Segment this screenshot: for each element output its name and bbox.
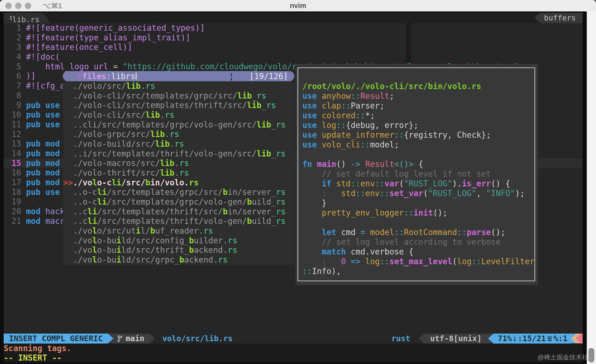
line-number-icon: L N bbox=[514, 336, 516, 342]
preview-line: } bbox=[302, 198, 533, 208]
scanning-tags-message: Scanning tags. bbox=[4, 344, 583, 353]
list-item[interactable]: ..i/src/templates/thrift/volo-gen/src/li… bbox=[63, 149, 294, 159]
list-item[interactable]: ./volo-cli/src/templates/thrift/src/lib_… bbox=[63, 100, 294, 110]
preview-line: match cmd.verbose { bbox=[302, 247, 533, 257]
search-query: librs bbox=[111, 72, 135, 81]
tab-number: 1 bbox=[9, 15, 12, 20]
list-item[interactable]: ./volo-build/src/lib.rs bbox=[63, 139, 294, 149]
fuzzy-finder-results: ./volo/src/lib.rs./volo-cli/src/template… bbox=[63, 81, 294, 265]
code-line[interactable]: 1#![feature(generic_associated_types)] bbox=[4, 23, 583, 33]
preview-line: use clap::Parser; bbox=[302, 101, 533, 111]
result-count: [19/126] bbox=[249, 72, 288, 81]
powerline-separator bbox=[576, 334, 581, 343]
fuzzy-finder-input[interactable]: • files: librs ¦ [19/126] bbox=[63, 71, 294, 81]
statusline-spacer bbox=[233, 334, 391, 344]
code-line[interactable]: 4#![doc( bbox=[4, 52, 583, 62]
filetype-indicator: rust bbox=[391, 334, 410, 344]
git-branch-name: main bbox=[126, 334, 144, 344]
list-item[interactable]: ./volo-grpc/src/lib.rs bbox=[63, 129, 294, 139]
mode-indicator: INSERT COMPL GENERIC bbox=[4, 334, 108, 344]
position-segment: 71% L N :15/21 ≡ %:1 bbox=[493, 334, 571, 344]
preview-line: use anyhow::Result; bbox=[302, 91, 533, 101]
list-item[interactable]: ./volo-build/src/thrift_backend.rs bbox=[63, 245, 294, 255]
line-number: 9 bbox=[4, 100, 26, 110]
statusline-end-cap bbox=[581, 334, 583, 344]
list-item[interactable]: ..o-cli/src/templates/grpc/src/bin/serve… bbox=[63, 187, 294, 197]
list-item[interactable]: ./volo/src/util/buf_reader.rs bbox=[63, 226, 294, 236]
file-path: volo/src/lib.rs bbox=[162, 334, 233, 344]
selected-marker: >> bbox=[63, 178, 73, 188]
powerline-separator bbox=[150, 334, 155, 343]
list-item[interactable]: ..cli/src/templates/thrift/src/bin/serve… bbox=[63, 207, 294, 217]
code-line[interactable]: 2#![feature(type_alias_impl_trait)] bbox=[4, 33, 583, 43]
scroll-percent: 71% bbox=[498, 334, 512, 344]
line-number: 18 bbox=[4, 187, 26, 197]
line-number: 10 bbox=[4, 110, 26, 120]
preview-window: /root/volo/./volo-cli/src/bin/volo.rsuse… bbox=[296, 64, 538, 285]
prompt-bullet-icon: • bbox=[77, 72, 82, 81]
cursor-position: :15/21 bbox=[518, 334, 546, 344]
list-item[interactable]: ./volo-build/src/config_builder.rs bbox=[63, 236, 294, 246]
git-branch-segment: main bbox=[113, 334, 150, 344]
git-branch-icon bbox=[117, 335, 123, 342]
encoding-indicator: utf-8[unix] bbox=[424, 334, 488, 344]
tab-label: lib.rs bbox=[12, 15, 39, 24]
line-number: 19 bbox=[4, 197, 26, 207]
list-item[interactable]: ..cli/src/templates/grpc/volo-gen/src/li… bbox=[63, 120, 294, 130]
tab-lib-rs[interactable]: 1lib.rs bbox=[4, 13, 51, 23]
preview-line: /root/volo/./volo-cli/src/bin/volo.rs bbox=[302, 82, 533, 91]
list-item[interactable]: >>./volo-cli/src/bin/volo.rs bbox=[63, 178, 294, 188]
scrollbar-track[interactable] bbox=[587, 11, 596, 364]
app-window: ⌥⌘1 nvim 1lib.rs buffers 1#![feature(gen… bbox=[0, 0, 596, 364]
tabline: 1lib.rs buffers bbox=[4, 13, 583, 23]
statusline: INSERT COMPL GENERIC main volo/src/lib.r… bbox=[4, 334, 583, 344]
line-number: 13 bbox=[4, 139, 26, 149]
line-number: 5 bbox=[4, 62, 26, 72]
line-number: 3 bbox=[4, 42, 26, 52]
message-area: Scanning tags. -- INSERT -- bbox=[4, 344, 583, 363]
line-number: 1 bbox=[4, 23, 26, 33]
line-number: 17 bbox=[4, 178, 26, 187]
list-item[interactable]: ./volo-cli/src/lib.rs bbox=[63, 110, 294, 120]
list-icon: ≡ bbox=[547, 334, 552, 344]
line-number: 8 bbox=[4, 91, 26, 100]
finder-mode-label: files: bbox=[82, 72, 111, 81]
code-line[interactable]: 3#![feature(once_cell)] bbox=[4, 42, 583, 52]
insert-mode-message: -- INSERT -- bbox=[4, 353, 583, 363]
preview-line: pretty_env_logger::init(); bbox=[302, 208, 533, 218]
buffers-label[interactable]: buffers bbox=[534, 13, 583, 23]
line-number: 21 bbox=[4, 216, 26, 226]
preview-line: ¦ 0 => log::set_max_level(log::LevelFilt… bbox=[302, 257, 533, 266]
titlebar: ⌥⌘1 nvim bbox=[0, 0, 596, 11]
input-separator: ¦ bbox=[229, 72, 234, 81]
line-number: 11 bbox=[4, 120, 26, 129]
preview-line: ::Info), bbox=[302, 266, 533, 276]
line-number: 14 bbox=[4, 149, 26, 158]
list-item[interactable]: ..o-cli/src/templates/grpc/volo-gen/buil… bbox=[63, 197, 294, 207]
preview-line: if std::env::var("RUST_LOG").is_err() { bbox=[302, 179, 533, 189]
powerline-separator bbox=[571, 334, 576, 343]
preview-line bbox=[302, 218, 533, 228]
list-item[interactable]: ./volo-macros/src/lib.rs bbox=[63, 158, 294, 168]
preview-code: /root/volo/./volo-cli/src/bin/volo.rsuse… bbox=[302, 82, 533, 276]
line-number: 16 bbox=[4, 168, 26, 178]
preview-line: use colored::*; bbox=[302, 111, 533, 120]
preview-line: ¦ std::env::set_var("RUST_LOG", "INFO"); bbox=[302, 189, 533, 198]
window-title: nvim bbox=[0, 2, 596, 10]
list-item[interactable]: ./volo-thrift/src/lib.rs bbox=[63, 168, 294, 178]
preview-line: use log::{debug, error}; bbox=[302, 120, 533, 130]
preview-line: fn main() -> Result<()> { bbox=[302, 159, 533, 169]
powerline-separator bbox=[418, 334, 424, 343]
line-number: 7 bbox=[4, 81, 26, 91]
preview-line: use volo_cli::model; bbox=[302, 140, 533, 150]
line-number: 2 bbox=[4, 33, 26, 43]
list-item[interactable]: ./volo-cli/src/templates/grpc/src/lib_rs bbox=[63, 91, 294, 101]
line-number: 20 bbox=[4, 207, 26, 216]
list-item[interactable]: ./volo-build/src/grpc_backend.rs bbox=[63, 255, 294, 265]
line-number: 4 bbox=[4, 52, 26, 62]
list-item[interactable]: ..cli/src/templates/thrift/volo-gen/buil… bbox=[63, 216, 294, 226]
powerline-separator bbox=[108, 334, 113, 343]
buffer-indicator: %:1 bbox=[553, 334, 568, 344]
powerline-separator bbox=[488, 334, 493, 343]
list-item[interactable]: ./volo/src/lib.rs bbox=[63, 81, 294, 91]
